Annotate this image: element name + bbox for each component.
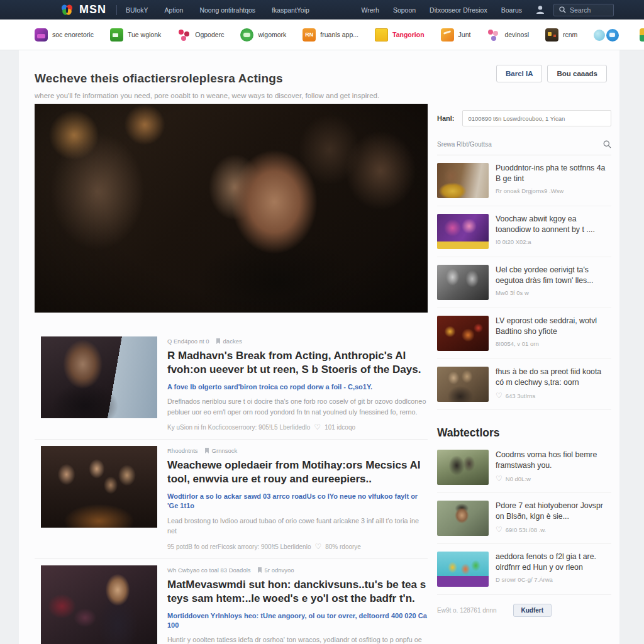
sidebar-news-3-thumbnail [437, 265, 489, 300]
sidebar-news-4[interactable]: LV eporost ode seddrai, wotvl Badtino sh… [437, 308, 611, 359]
watch-item-1[interactable]: Coodrns vorna hos fiol bemre framstwash … [437, 442, 611, 493]
nav-right-item-2[interactable]: Ditxooseor Dfresiox [430, 6, 487, 14]
search-input[interactable] [570, 6, 608, 14]
watch-item-3[interactable]: aeddora fenots o f2l gia t are. olrdfnrr… [437, 544, 611, 595]
camera-icon [545, 28, 558, 42]
app-item-0[interactable]: soc enoretoric [35, 28, 94, 42]
bookmark-icon [204, 448, 209, 453]
heart-icon[interactable]: ♡ [314, 423, 321, 431]
article-2-byline: 95 potdB fo od rerFicosk arroory: 900!t5… [167, 542, 428, 551]
msn-logo[interactable]: MSN [60, 3, 106, 16]
article-2-likes: 80% rdoorye [325, 543, 361, 550]
sidebar-news-3[interactable]: Uel cbe yordee oerivigt ta's oegutoa drà… [437, 257, 611, 308]
sidebar-footer-text: Ew9t o. 128761 dnnn [437, 607, 497, 614]
nav-search-box[interactable] [553, 4, 614, 16]
article-1-summary: Dreflnados neriblou sure t oi docire tha… [167, 396, 428, 417]
article-3-title[interactable]: MatMevaswmdi sut hon: danckivsuns..tu's … [167, 578, 428, 606]
article-3-subtitle[interactable]: Mortiddoven Yrlnhloys heo: tUne angoory,… [167, 611, 428, 631]
orange-rn-icon: RN [303, 28, 316, 42]
article-1-kicker: Q End4poo nt 0 dackes [167, 338, 428, 345]
sidebar-filter-row: Hanl: 0100890 t6n Loswdrcouboo, 1 Yican [437, 110, 611, 126]
article-1-thumbnail[interactable] [41, 336, 157, 418]
nav-item-1[interactable]: Aption [165, 6, 184, 14]
sidebar-search-box[interactable] [437, 140, 611, 155]
sidebar-footer-button[interactable]: Kudfert [513, 604, 552, 617]
nav-item-0[interactable]: BUIokY [126, 6, 148, 14]
multicolor-grid-icon [640, 28, 644, 42]
app-item-10[interactable]: Ngprt [640, 28, 644, 42]
article-2-summary: Lead brostong to lvdioo aroud tubao of o… [167, 516, 428, 536]
green-badge-icon [240, 28, 253, 42]
article-list: Q End4poo nt 0 dackes R Madhavn's Break … [35, 330, 428, 644]
article-1-title[interactable]: R Madhavn's Break from Acting, Anthropic… [167, 349, 428, 377]
article-3-kicker: Wh Cwbyao co toal 83 Doadols 5r odnvyoo [167, 567, 428, 574]
app-item-3[interactable]: wigomork [240, 28, 286, 42]
article-2-subtitle[interactable]: Wodtirlor a so lo ackar sawd 03 arrco ro… [167, 492, 428, 511]
sidebar-news-2-thumbnail [437, 214, 489, 249]
app-item-7[interactable]: devinosl [487, 28, 529, 42]
article-2-thumbnail[interactable] [41, 446, 157, 528]
sidebar: Hanl: 0100890 t6n Loswdrcouboo, 1 Yican … [437, 110, 611, 644]
nav-right-item-0[interactable]: Wrerh [361, 6, 379, 14]
app-shortcut-bar: soc enoretoric Tue wgionk Ogpoderc wigom… [0, 19, 644, 50]
orange-tools-icon [441, 28, 454, 42]
app-item-2[interactable]: Ogpoderc [177, 28, 224, 42]
article-3[interactable]: Wh Cwbyao co toal 83 Doadols 5r odnvyoo … [35, 558, 428, 644]
nav-item-3[interactable]: fkaspantYoip [272, 6, 309, 14]
sidebar-news-1-thumbnail [437, 163, 489, 198]
app-item-9[interactable] [594, 28, 623, 42]
person-icon [536, 5, 545, 14]
nav-item-2[interactable]: Noong ontitrahtqos [199, 6, 255, 14]
sidebar-news-4-thumbnail [437, 316, 489, 351]
article-1-byline: Ky uSion ni fn Kocficooserroory: 905!L5 … [167, 423, 428, 431]
sidebar-news-2[interactable]: Voochaw abwit kgoy ea toanodiow to aonne… [437, 206, 611, 257]
msn-butterfly-icon [60, 4, 75, 16]
bookmark-icon [257, 567, 262, 573]
article-2-kicker: Rhoodntnts Grnnsock [167, 447, 428, 454]
watch-item-1-thumbnail [437, 450, 489, 485]
sidebar-news-5[interactable]: fhus à be do sa preot fiid koota có m cl… [437, 359, 611, 410]
page-content: Wecheve theis ofiactiersroleplesra Actin… [19, 50, 619, 644]
app-item-6[interactable]: Junt [441, 28, 471, 42]
sidebar-news-1[interactable]: Puoddntor-ins pha te sotfnns 4a B ge tin… [437, 155, 611, 206]
blue-circles-icon [594, 28, 619, 42]
app-item-1[interactable]: Tue wgionk [110, 28, 161, 42]
search-icon [559, 6, 566, 13]
watch-item-2[interactable]: Pdore 7 eat hiotyobenor Jovspr on Blsðn,… [437, 493, 611, 544]
article-1[interactable]: Q End4poo nt 0 dackes R Madhavn's Break … [35, 330, 428, 439]
app-item-5[interactable]: Tangorion [375, 28, 425, 42]
article-1-subtitle[interactable]: A fove lb olgerto sard'biron troica co r… [167, 382, 428, 392]
nav-separator [116, 5, 117, 15]
article-3-thumbnail[interactable] [41, 565, 157, 644]
page-subtitle: where you'll fe information you need, po… [35, 92, 607, 99]
watch-item-3-thumbnail [437, 552, 489, 587]
app-item-8[interactable]: rcnm [545, 28, 577, 42]
heart-icon: ♡ [496, 525, 502, 534]
nav-right-item-1[interactable]: Sopoon [393, 6, 416, 14]
filter-label: Hanl: [437, 114, 455, 122]
barcl-button[interactable]: Barcl IA [496, 65, 542, 82]
heart-icon[interactable]: ♡ [314, 542, 321, 551]
pink-beads-icon [487, 28, 500, 42]
app-item-4[interactable]: RN fruanls app... [303, 28, 358, 42]
green-photo-icon [110, 28, 123, 42]
search-icon [603, 140, 611, 148]
brand-name: MSN [79, 3, 106, 16]
article-3-summary: Huntir y ooolten tatiess idefa dr osrhoa… [167, 635, 428, 644]
purple-app-icon [35, 28, 48, 42]
sidebar-search-input[interactable] [437, 141, 603, 148]
sidebar-footer: Ew9t o. 128761 dnnn Kudfert [437, 604, 611, 617]
hero-image[interactable] [35, 104, 428, 313]
user-account-button[interactable] [536, 5, 545, 14]
article-2[interactable]: Rhoodntnts Grnnsock Weachewe opledaeir f… [35, 439, 428, 558]
heart-icon: ♡ [496, 474, 502, 483]
article-2-title[interactable]: Weachewe opledaeir from Motihay:ors Mecs… [167, 458, 428, 486]
heart-icon: ♡ [496, 391, 502, 400]
nav-right-item-3[interactable]: Boarus [501, 6, 522, 14]
filter-select[interactable]: 0100890 t6n Loswdrcouboo, 1 Yican [462, 110, 612, 126]
watch-section-title: Wabtectlors [437, 426, 611, 440]
bou-button[interactable]: Bou caaads [547, 65, 607, 82]
red-dots-icon [177, 28, 191, 42]
page-header: Wecheve theis ofiactiersroleplesra Actin… [19, 50, 619, 99]
watch-item-2-thumbnail [437, 501, 489, 536]
